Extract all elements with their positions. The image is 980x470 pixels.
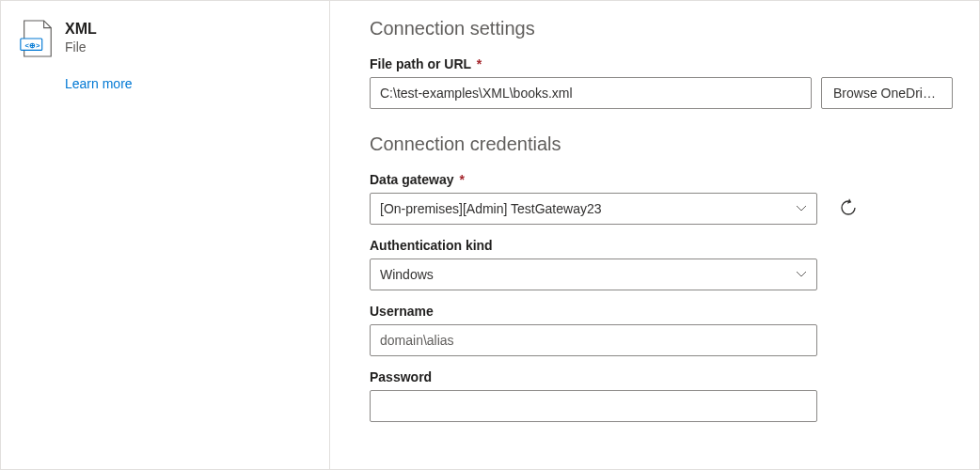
password-input[interactable] (370, 390, 817, 422)
connection-credentials-heading: Connection credentials (370, 133, 953, 155)
browse-onedrive-button[interactable]: Browse OneDrive... (821, 77, 953, 109)
data-gateway-label: Data gateway * (370, 172, 953, 187)
file-path-label-text: File path or URL (370, 56, 471, 71)
username-field: Username (370, 304, 953, 356)
sidebar: <⊕> XML File Learn more (1, 1, 330, 469)
auth-kind-select-wrap: Windows (370, 258, 817, 290)
file-path-label: File path or URL * (370, 56, 953, 71)
file-path-row: Browse OneDrive... (370, 77, 953, 109)
password-field: Password (370, 369, 953, 422)
data-gateway-field: Data gateway * [On-premises][Admin] Test… (370, 172, 953, 225)
connector-title: XML (65, 20, 97, 38)
svg-text:<⊕>: <⊕> (25, 41, 40, 50)
required-asterisk: * (459, 172, 464, 187)
learn-more-link[interactable]: Learn more (65, 76, 310, 91)
username-input[interactable] (370, 324, 817, 356)
xml-file-icon: <⊕> (20, 20, 54, 57)
auth-kind-field: Authentication kind Windows (370, 238, 953, 290)
auth-kind-label: Authentication kind (370, 238, 953, 253)
username-label: Username (370, 304, 953, 319)
data-gateway-select[interactable]: [On-premises][Admin] TestGateway23 (370, 193, 817, 225)
file-path-field: File path or URL * Browse OneDrive... (370, 56, 953, 109)
required-asterisk: * (477, 56, 482, 71)
file-path-input[interactable] (370, 77, 812, 109)
connector-subtitle: File (65, 39, 97, 55)
sidebar-text: XML File (65, 20, 97, 55)
data-gateway-select-wrap: [On-premises][Admin] TestGateway23 (370, 193, 817, 225)
password-label: Password (370, 369, 953, 384)
sidebar-header: <⊕> XML File (20, 20, 310, 57)
main-panel: Connection settings File path or URL * B… (330, 1, 979, 469)
refresh-icon (839, 198, 858, 220)
refresh-gateway-button[interactable] (834, 195, 862, 223)
auth-kind-select[interactable]: Windows (370, 258, 817, 290)
credentials-section: Connection credentials Data gateway * [O… (370, 133, 953, 422)
data-gateway-label-text: Data gateway (370, 172, 453, 187)
connection-settings-heading: Connection settings (370, 18, 953, 39)
data-gateway-row: [On-premises][Admin] TestGateway23 (370, 193, 953, 225)
